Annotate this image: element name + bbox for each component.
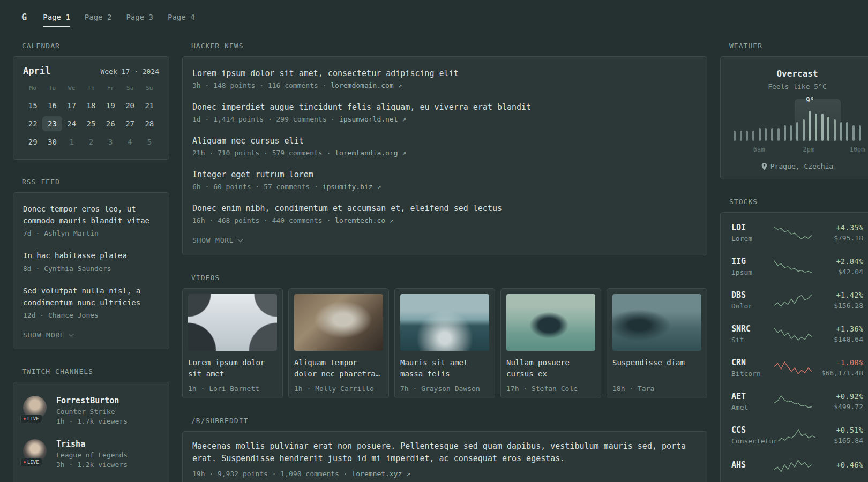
calendar-day-next-month: 5 [140,134,159,149]
stock-symbol: SNRC [731,324,774,334]
app-logo[interactable]: G [21,12,27,22]
hn-item-meta: 1d · 1,414 points · 299 comments · ipsum… [192,115,697,123]
stock-row[interactable]: SNRC Sit +1.36% $148.64 [731,317,863,351]
twitch-channel-name[interactable]: Trisha [56,439,128,449]
stock-numbers: +0.51% $165.84 [816,426,863,445]
subreddit-post-domain-link[interactable]: loremnet.xyz ↗ [351,470,410,478]
video-card[interactable]: Nullam posuere cursus ex 17h · Stefan Co… [500,288,601,398]
hn-item-domain-link[interactable]: loremdomain.com ↗ [331,81,402,89]
twitch-channel-name[interactable]: ForrestBurton [56,396,128,405]
calendar-day: 17 [62,98,81,113]
twitch-channel-row[interactable]: LIVE Trisha League of Legends 3h · 1.2k … [23,432,159,476]
stock-id: AHS [731,460,774,472]
page-tabs: Page 1 Page 2 Page 3 Page 4 [43,0,194,34]
stock-row[interactable]: AET Amet +0.92% $499.72 [731,385,863,418]
hn-item-domain-link[interactable]: ipsumify.biz ↗ [323,183,381,191]
video-thumbnail[interactable] [612,294,701,351]
hn-item-domain-link[interactable]: ipsumworld.net ↗ [339,115,406,123]
weather-location: Prague, Czechia [734,162,861,170]
hn-item-domain-link[interactable]: loremlandia.org ↗ [335,149,406,157]
hn-item-meta: 3h · 148 points · 116 comments · loremdo… [192,81,697,89]
rss-item-title[interactable]: In hac habitasse platea [23,250,159,262]
video-thumbnail[interactable] [294,294,383,351]
stock-sparkline-chart [774,226,812,240]
hacker-news-widget: Lorem ipsum dolor sit amet, consectetur … [182,56,707,255]
center-column: HACKER NEWS Lorem ipsum dolor sit amet, … [182,42,707,482]
stock-id: CRN Bitcorn [731,358,774,378]
calendar-day: 26 [101,116,120,131]
weekday-label: We [62,85,81,95]
stock-id: AET Amet [731,391,774,411]
twitch-channel-meta: 1h · 1.7k viewers [56,417,128,425]
hn-item-title[interactable]: Integer eget rutrum lorem [192,170,697,179]
stock-row[interactable]: LDI Lorem +4.35% $795.18 [731,216,863,250]
stock-sparkline-chart [774,361,812,375]
calendar-month: April [23,65,50,76]
calendar-day-next-month: 2 [81,134,101,149]
stock-symbol: AET [731,391,774,401]
video-title[interactable]: Nullam posuere cursus ex [506,357,595,380]
stock-symbol: LDI [731,223,774,232]
stock-row[interactable]: AHS +0.46% [731,452,863,480]
rss-show-more-button[interactable]: SHOW MORE [23,326,73,347]
stock-row[interactable]: CRN Bitcorn -1.00% $66,171.48 [731,351,863,385]
rss-item[interactable]: Donec tempor eros leo, ut commodo mauris… [23,197,159,244]
rss-item[interactable]: Sed volutpat nulla nisl, a condimentum n… [23,279,159,326]
tab-page-4[interactable]: Page 4 [168,7,195,27]
chevron-down-icon [238,237,243,242]
rss-item-title[interactable]: Sed volutpat nulla nisl, a condimentum n… [23,285,159,308]
stock-name: Ipsum [731,268,774,276]
tab-page-2[interactable]: Page 2 [85,7,112,27]
subreddit-post-title[interactable]: Maecenas mollis pulvinar erat non posuer… [192,440,697,465]
twitch-channel-game: League of Legends [56,451,128,459]
video-card[interactable]: Suspendisse diam 18h · Tara [607,288,707,398]
hn-item-domain-link[interactable]: loremtech.co ↗ [335,216,394,224]
video-title[interactable]: Suspendisse diam [612,357,701,380]
tab-page-3[interactable]: Page 3 [126,7,153,27]
weekday-label: Tu [42,85,62,95]
weather-bars [734,108,861,141]
calendar-section-title: CALENDAR [13,42,169,50]
video-meta: 1h · Molly Carrillo [294,385,383,393]
hn-item-title[interactable]: Donec imperdiet augue tincidunt felis al… [192,102,697,112]
weather-section: WEATHER Overcast Feels like 5°C 9° 6am 2… [720,42,868,179]
video-thumbnail[interactable] [506,294,595,351]
video-meta: 1h · Lori Barnett [188,385,277,393]
rss-item-meta: 12d · Chance Jones [23,311,159,319]
stock-sparkline-chart [774,395,812,409]
video-card[interactable]: Lorem ipsum dolor sit amet consectetu… 1… [182,288,283,398]
live-badge: LIVE [20,415,42,423]
rss-item[interactable]: In hac habitasse platea 8d · Cynthia Sau… [23,244,159,279]
hn-item-title[interactable]: Aliquam nec cursus elit [192,136,697,146]
stock-price: $42.04 [812,268,863,276]
video-card[interactable]: Mauris sit amet massa felis 7h · Grayson… [394,288,495,398]
video-thumbnail[interactable] [188,294,277,351]
hn-item-meta: 21h · 710 points · 579 comments · loreml… [192,149,697,157]
weather-location-label: Prague, Czechia [770,162,833,170]
weekday-label: Th [81,85,101,95]
hn-item: Donec imperdiet augue tincidunt felis al… [192,96,697,130]
hn-item-title[interactable]: Donec enim nibh, condimentum et accumsan… [192,204,697,213]
twitch-channel-row[interactable]: LIVE ForrestBurton Counter-Strike 1h · 1… [23,389,159,432]
video-title[interactable]: Aliquam tempor dolor nec pharetra… [294,357,383,380]
stock-row[interactable]: IIG Ipsum +2.84% $42.04 [731,250,863,283]
stock-row[interactable]: DBS Dolor +1.42% $156.28 [731,283,863,317]
hn-item-stats: 1d · 1,414 points · 299 comments · [192,115,335,123]
subreddit-post: Maecenas mollis pulvinar erat non posuer… [192,440,697,478]
video-title[interactable]: Lorem ipsum dolor sit amet consectetu… [188,357,277,380]
twitch-channel-row[interactable]: KendallCarr [23,476,159,482]
time-label: 10pm [849,146,865,153]
rss-section: RSS FEED Donec tempor eros leo, ut commo… [13,178,169,349]
stock-change: +4.35% [812,223,863,232]
rss-item-title[interactable]: Donec tempor eros leo, ut commodo mauris… [23,204,159,227]
video-thumbnail[interactable] [400,294,489,351]
stock-row[interactable]: CCS Consectetur +0.51% $165.84 [731,418,863,452]
stock-sparkline-chart [774,459,812,473]
calendar-day: 22 [23,116,42,131]
hn-item-title[interactable]: Lorem ipsum dolor sit amet, consectetur … [192,69,697,78]
rss-section-title: RSS FEED [13,178,169,186]
hn-show-more-button[interactable]: SHOW MORE [192,231,242,252]
video-card[interactable]: Aliquam tempor dolor nec pharetra… 1h · … [288,288,389,398]
tab-page-1[interactable]: Page 1 [43,7,70,27]
video-title[interactable]: Mauris sit amet massa felis [400,357,489,380]
